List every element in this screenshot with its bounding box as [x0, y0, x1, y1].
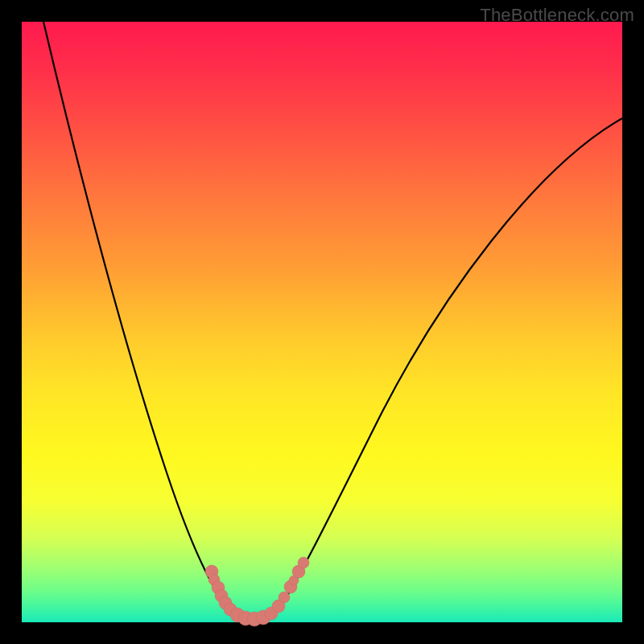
curve-layer	[22, 22, 622, 622]
plot-area	[22, 22, 622, 622]
svg-point-16	[298, 557, 309, 568]
bottleneck-curve	[43, 22, 622, 620]
svg-point-12	[279, 592, 290, 603]
watermark-text: TheBottleneck.com	[480, 5, 634, 26]
bead-cluster	[205, 557, 309, 626]
chart-frame: TheBottleneck.com	[0, 0, 644, 644]
